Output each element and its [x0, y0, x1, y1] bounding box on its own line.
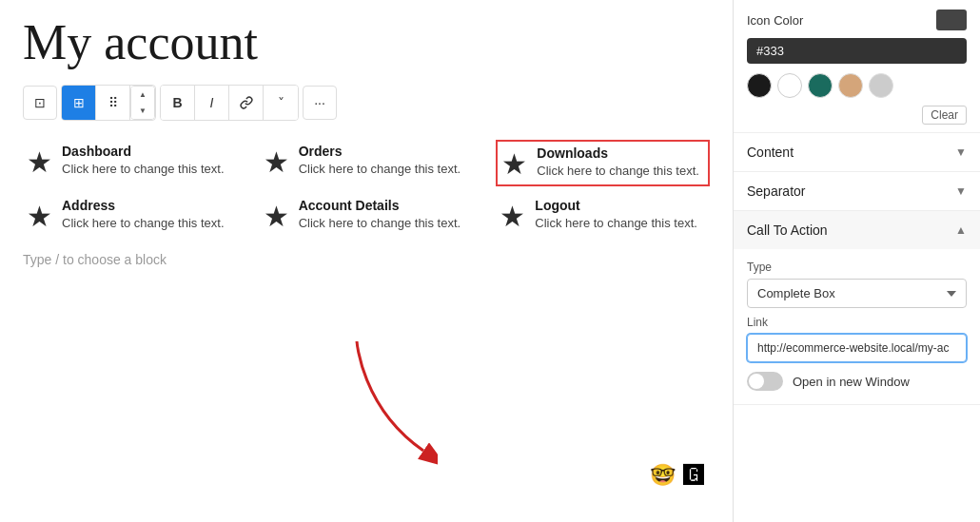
item-desc-dashboard: Click here to change this text. — [62, 161, 233, 178]
layout-toggle-button[interactable]: ⊡ — [23, 86, 57, 120]
emoji-bar: 🤓 🅶 — [650, 463, 704, 488]
bold-button[interactable]: B — [161, 86, 195, 120]
more-dropdown-button[interactable]: ˅ — [264, 86, 298, 120]
content-label: Content — [747, 145, 794, 160]
separator-label: Separator — [747, 184, 805, 199]
content-area: My account ⊡ ⊞ ⠿ ▲ ▼ B I ˅ ··· ★ Dashb — [0, 0, 733, 522]
cta-header[interactable]: Call To Action ▲ — [734, 211, 980, 249]
editor-toolbar: ⊡ ⊞ ⠿ ▲ ▼ B I ˅ ··· — [23, 85, 710, 121]
open-new-window-row: Open in new Window — [747, 372, 967, 391]
view-options-group: ⊞ ⠿ ▲ ▼ — [61, 85, 156, 121]
item-title-orders: Orders — [299, 144, 470, 159]
separator-section: Separator ▼ — [734, 172, 980, 211]
item-text-dashboard: Dashboard Click here to change this text… — [62, 144, 233, 178]
link-button[interactable] — [229, 86, 264, 120]
icon-color-swatch[interactable] — [936, 10, 967, 30]
open-new-window-toggle[interactable] — [747, 372, 783, 391]
emoji-nerd-button[interactable]: 🤓 — [650, 463, 676, 488]
item-desc-account-details: Click here to change this text. — [299, 215, 470, 232]
star-icon-downloads: ★ — [501, 147, 527, 181]
color-swatches — [747, 73, 967, 98]
star-icon-logout: ★ — [500, 200, 525, 233]
content-header[interactable]: Content ▼ — [734, 133, 980, 171]
spinner-up[interactable]: ▲ — [131, 87, 154, 103]
cta-chevron: ▲ — [955, 223, 967, 237]
panel-top: Icon Color Clear — [734, 0, 980, 133]
grid-item-downloads[interactable]: ★ Downloads Click here to change this te… — [496, 140, 710, 186]
star-icon-address: ★ — [27, 200, 52, 233]
grid-item-dashboard[interactable]: ★ Dashboard Click here to change this te… — [23, 140, 237, 186]
type-select[interactable]: Complete Box Button Only Icon Only — [747, 279, 967, 308]
content-chevron: ▼ — [955, 145, 967, 159]
grid-item-account-details[interactable]: ★ Account Details Click here to change t… — [260, 194, 474, 237]
size-spinner[interactable]: ▲ ▼ — [130, 86, 155, 120]
right-panel: Icon Color Clear Content ▼ Separator ▼ — [733, 0, 980, 522]
icon-color-row: Icon Color — [747, 10, 967, 30]
star-icon-account-details: ★ — [264, 200, 289, 233]
link-input[interactable] — [747, 334, 967, 362]
item-desc-address: Click here to change this text. — [62, 215, 233, 232]
items-grid: ★ Dashboard Click here to change this te… — [23, 140, 710, 237]
drag-handle-button[interactable]: ⠿ — [96, 86, 130, 120]
item-text-orders: Orders Click here to change this text. — [299, 144, 470, 178]
star-icon-dashboard: ★ — [27, 145, 52, 179]
color-swatch-light-gray[interactable] — [869, 73, 893, 98]
item-text-address: Address Click here to change this text. — [62, 198, 233, 232]
italic-button[interactable]: I — [195, 86, 229, 120]
emoji-g-button[interactable]: 🅶 — [683, 463, 704, 488]
clear-color-button[interactable]: Clear — [922, 106, 967, 125]
item-desc-downloads: Click here to change this text. — [537, 163, 704, 180]
color-swatch-teal[interactable] — [808, 73, 833, 98]
grid-item-address[interactable]: ★ Address Click here to change this text… — [23, 194, 237, 237]
format-group: B I ˅ — [160, 85, 299, 121]
icon-color-label: Icon Color — [747, 13, 803, 28]
item-text-logout: Logout Click here to change this text. — [535, 198, 706, 232]
spinner-down[interactable]: ▼ — [131, 103, 154, 119]
item-title-address: Address — [62, 198, 233, 213]
block-hint: Type / to choose a block — [23, 252, 710, 267]
color-swatch-white[interactable] — [777, 73, 802, 98]
color-swatch-tan[interactable] — [838, 73, 863, 98]
star-icon-orders: ★ — [264, 145, 289, 179]
color-swatch-black[interactable] — [747, 73, 772, 98]
cta-section: Call To Action ▲ Type Complete Box Butto… — [734, 211, 980, 405]
item-desc-logout: Click here to change this text. — [535, 215, 706, 232]
cta-label: Call To Action — [747, 222, 828, 238]
item-title-logout: Logout — [535, 198, 706, 213]
item-text-account-details: Account Details Click here to change thi… — [299, 198, 470, 232]
content-section: Content ▼ — [734, 133, 980, 172]
cta-content: Type Complete Box Button Only Icon Only … — [734, 249, 980, 404]
separator-header[interactable]: Separator ▼ — [734, 172, 980, 210]
toggle-slider — [747, 372, 783, 391]
link-field-label: Link — [747, 316, 967, 329]
more-options-button[interactable]: ··· — [303, 86, 337, 120]
item-title-dashboard: Dashboard — [62, 144, 233, 159]
grid-view-button[interactable]: ⊞ — [62, 86, 96, 120]
open-new-window-label: Open in new Window — [793, 375, 910, 389]
separator-chevron: ▼ — [955, 184, 967, 198]
red-arrow-indicator — [343, 332, 438, 465]
color-input-row — [747, 38, 967, 64]
color-hex-input[interactable] — [747, 38, 967, 64]
grid-item-logout[interactable]: ★ Logout Click here to change this text. — [496, 194, 710, 237]
item-text-downloads: Downloads Click here to change this text… — [537, 145, 704, 180]
type-field-label: Type — [747, 261, 967, 274]
item-title-account-details: Account Details — [299, 198, 470, 213]
item-title-downloads: Downloads — [537, 145, 704, 161]
page-title: My account — [23, 15, 710, 69]
item-desc-orders: Click here to change this text. — [299, 161, 470, 178]
grid-item-orders[interactable]: ★ Orders Click here to change this text. — [260, 140, 474, 186]
